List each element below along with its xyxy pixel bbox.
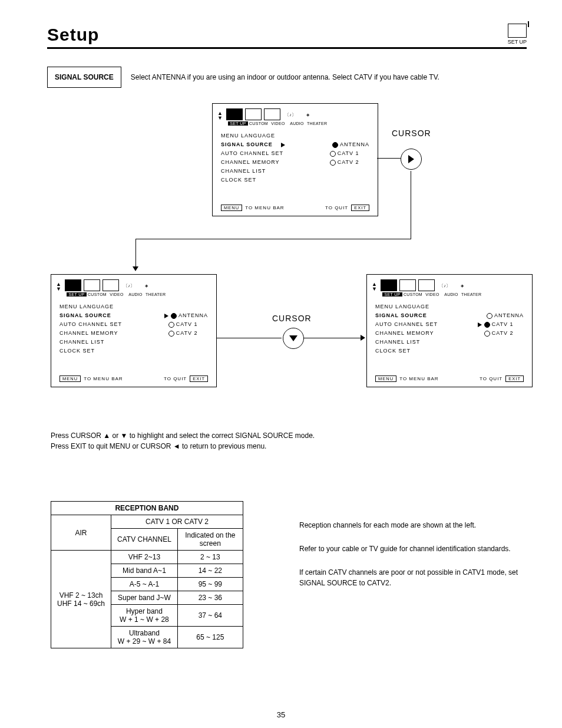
col-catv-channel: CATV CHANNEL xyxy=(111,529,178,551)
page-title: Setup xyxy=(47,25,99,45)
table-cell: Mid band A~1 xyxy=(111,564,178,578)
table-cell: 14 ~ 22 xyxy=(177,564,243,578)
menu-clock: CLOCK SET xyxy=(221,176,369,185)
cursor-label-down: CURSOR xyxy=(272,314,312,323)
cursor-label-right: CURSOR xyxy=(392,129,431,138)
osd-panel-2: ▲▼ 〔♪〕 ◈ SET UP CUSTOM VIDEO AUDIO THEAT… xyxy=(51,274,217,387)
osd-tab-icons: ▲▼ 〔♪〕 ◈ xyxy=(213,104,378,121)
arrow-right-icon xyxy=(478,322,482,327)
table-title: RECEPTION BAND xyxy=(51,502,243,515)
to-quit-label: TO QUIT xyxy=(325,205,348,210)
cursor-right-button[interactable] xyxy=(401,149,422,170)
right-p3: If certain CATV channels are poor or not… xyxy=(299,567,535,588)
table-cell: A-5 ~ A-1 xyxy=(111,578,178,591)
right-explanation: Reception channels for each mode are sho… xyxy=(299,513,535,595)
right-p2: Refer to your cable or TV guide for chan… xyxy=(299,543,535,554)
osd-tab-labels: SET UP CUSTOM VIDEO AUDIO THEATER xyxy=(51,292,216,300)
col-indicated: Indicated on the screen xyxy=(177,529,243,551)
connector-line xyxy=(304,338,363,338)
air-rows: VHF 2 ~ 13chUHF 14 ~ 69ch xyxy=(51,551,111,648)
table-cell: Ultraband W + 29 ~ W + 84 xyxy=(111,627,178,648)
instructions: Press CURSOR ▲ or ▼ to highlight and sel… xyxy=(51,430,315,452)
tab-audio-icon: 〔♪〕 xyxy=(283,110,298,120)
radio-on-icon xyxy=(332,142,338,148)
menu-button-label: MENU xyxy=(221,205,242,211)
arrow-right-icon xyxy=(361,335,365,341)
table-cell: Hyper band W + 1 ~ W + 28 xyxy=(111,605,178,627)
table-cell: VHF 2~13 xyxy=(111,551,178,564)
table-cell: 2 ~ 13 xyxy=(177,551,243,564)
osd-tab-labels: SET UP CUSTOM VIDEO AUDIO THEATER xyxy=(213,121,378,129)
osd-tab-icons: ▲▼ 〔♪〕 ◈ xyxy=(51,275,216,292)
arrow-right-icon xyxy=(164,314,168,318)
tab-setup-label: SET UP xyxy=(228,121,248,126)
reception-band-table: RECEPTION BAND AIR CATV 1 OR CATV 2 CATV… xyxy=(51,501,243,648)
tab-custom-label: CUSTOM xyxy=(249,121,268,126)
col-air: AIR xyxy=(51,515,111,551)
table-cell: Super band J~W xyxy=(111,591,178,605)
triangle-right-icon xyxy=(408,155,414,163)
osd-panel-3: ▲▼ 〔♪〕 ◈ SET UP CUSTOM VIDEO AUDIO THEAT… xyxy=(366,274,533,387)
menu-autoch: AUTO CHANNEL SET xyxy=(221,149,283,158)
connector-line xyxy=(411,171,411,239)
menu-lang: MENU LANGUAGE xyxy=(221,131,369,140)
arrow-down-icon xyxy=(133,266,138,271)
instruction-line-1: Press CURSOR ▲ or ▼ to highlight and sel… xyxy=(51,430,315,441)
osd-panel-1: ▲▼ 〔♪〕 ◈ SET UP CUSTOM VIDEO AUDIO THEAT… xyxy=(212,103,378,216)
cursor-down-button[interactable] xyxy=(283,328,304,349)
col-catv-header: CATV 1 OR CATV 2 xyxy=(111,515,243,529)
to-menu-bar-label: TO MENU BAR xyxy=(245,205,284,210)
opt-antenna: ANTENNA xyxy=(340,141,369,147)
table-cell: 95 ~ 99 xyxy=(177,578,243,591)
tab-audio-label: AUDIO xyxy=(288,121,306,126)
right-p1: Reception channels for each mode are sho… xyxy=(299,520,535,531)
instruction-line-2: Press EXIT to quit MENU or CURSOR ◄ to r… xyxy=(51,441,315,452)
osd-menu-list: MENU LANGUAGE SIGNAL SOURCE ANTENNA AUTO… xyxy=(213,129,378,190)
osd-tab-icons: ▲▼ 〔♪〕 ◈ xyxy=(367,275,532,292)
signal-source-row: SIGNAL SOURCE Select ANTENNA if you are … xyxy=(47,67,527,88)
osd-footer: MENU TO MENU BAR TO QUIT EXIT xyxy=(213,190,378,216)
menu-signal: SIGNAL SOURCE xyxy=(221,141,273,147)
tab-video-icon xyxy=(264,108,280,120)
setup-icon: SET UP xyxy=(508,24,527,45)
arrow-right-icon xyxy=(281,143,285,147)
connector-line xyxy=(377,158,401,159)
tab-theater-icon: ◈ xyxy=(300,110,316,120)
table-cell: 37 ~ 64 xyxy=(177,605,243,627)
menu-chlist: CHANNEL LIST xyxy=(221,167,369,176)
menu-chmem: CHANNEL MEMORY xyxy=(221,158,280,167)
setup-icon-label: SET UP xyxy=(508,39,527,45)
opt-catv1: CATV 1 xyxy=(338,150,359,156)
radio-off-icon xyxy=(330,160,336,166)
osd-tab-labels: SET UP CUSTOM VIDEO AUDIO THEATER xyxy=(367,292,532,300)
signal-source-desc: Select ANTENNA if you are using an indoo… xyxy=(131,73,439,81)
tab-video-label: VIDEO xyxy=(269,121,287,126)
connector-line xyxy=(135,239,136,268)
radio-off-icon xyxy=(330,151,336,157)
signal-source-box: SIGNAL SOURCE xyxy=(47,67,121,88)
page-header: Setup SET UP xyxy=(47,24,527,49)
triangle-down-icon xyxy=(289,335,297,341)
exit-button-label: EXIT xyxy=(351,205,369,211)
connector-line xyxy=(135,239,411,239)
tab-arrows-icon: ▲▼ xyxy=(217,111,223,120)
page-number: 35 xyxy=(0,710,562,719)
table-cell: 65 ~ 125 xyxy=(177,627,243,648)
tab-setup-icon xyxy=(226,108,243,120)
connector-line xyxy=(217,338,282,338)
opt-catv2: CATV 2 xyxy=(338,159,359,165)
tab-theater-label: THEATER xyxy=(307,121,327,126)
tab-custom-icon xyxy=(245,108,262,120)
table-cell: 23 ~ 36 xyxy=(177,591,243,605)
